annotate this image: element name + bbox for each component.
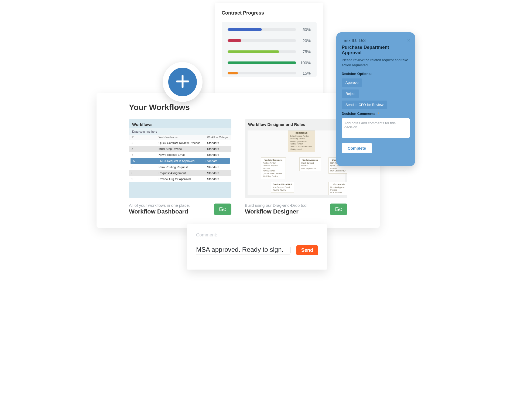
row-name: Review Org for Approval [140, 177, 207, 181]
decision-comments-label: Decision Comments:* [342, 112, 410, 116]
row-id: 3 [129, 147, 140, 150]
reject-button[interactable]: Reject [342, 89, 359, 98]
row-name: Multi Step Review [140, 147, 207, 150]
node-title: Update Contracts [263, 159, 284, 161]
progress-fill [228, 28, 262, 31]
add-button[interactable] [168, 68, 197, 96]
workflows-drag-hint: Drag columns here [129, 128, 231, 135]
table-row[interactable]: 2Quick Contract Review ProcessStandard [129, 140, 231, 146]
row-name: Quick Contract Review Process [140, 141, 207, 144]
progress-row: 20% [228, 38, 311, 43]
row-id: 5 [131, 159, 141, 163]
contract-progress-body: 50% 20% 75% 100% 15% [222, 22, 317, 77]
progress-label: 50% [296, 27, 311, 32]
designer-node[interactable]: Contract Send Out New Proposal Email Rou… [271, 182, 294, 193]
comment-card: Comment: MSA approved. Ready to sign. Se… [187, 224, 327, 270]
add-fab-wrapper [163, 62, 203, 102]
progress-label: 100% [296, 60, 311, 65]
row-category: Standard [205, 159, 230, 163]
plus-icon [175, 74, 190, 90]
progress-row: 100% [228, 60, 311, 65]
designer-node[interactable]: Update Access Quick Contract Review Mult… [299, 157, 321, 171]
table-row[interactable]: 8Request AssignmentStandard [129, 170, 231, 176]
progress-label: 75% [296, 49, 311, 54]
complete-button[interactable]: Complete [342, 143, 372, 153]
row-category: Standard [207, 177, 231, 181]
progress-row: 75% [228, 49, 311, 54]
node-title: DECISIONS [290, 132, 313, 134]
approve-button[interactable]: Approve [342, 78, 362, 87]
task-id-label: Task ID: 153 [342, 38, 410, 43]
row-id: 6 [129, 166, 140, 169]
table-row[interactable]: 5NDA Request is ApprovedStandard [131, 158, 230, 164]
table-row[interactable]: 4New Proposal EmailStandard [129, 152, 231, 158]
designer-panel: Workflow Designer and Rules DECISIONS Qu… [245, 119, 347, 198]
comment-input[interactable]: MSA approved. Ready to sign. [196, 246, 290, 255]
task-panel: Task ID: 153 × Purchase Department Appro… [336, 32, 415, 166]
row-category: Standard [207, 153, 231, 156]
row-id: 2 [129, 141, 140, 144]
workflows-panel-title: Workflows [129, 119, 231, 128]
progress-row: 50% [228, 27, 311, 32]
workflows-footer-title: Workflow Dashboard [129, 208, 190, 215]
your-workflows-title: Your Workflows [129, 103, 347, 112]
send-to-cfo-button[interactable]: Send to CFO for Review [342, 101, 387, 109]
workflow-dashboard-go-button[interactable]: Go [214, 204, 231, 215]
row-name: Para Routing Request [140, 166, 207, 169]
row-id: 8 [129, 171, 140, 175]
designer-node[interactable]: Credentials Decision Approve Process NDA… [328, 182, 347, 195]
row-category: Standard [207, 147, 231, 150]
table-row[interactable]: 6Para Routing RequestStandard [129, 164, 231, 170]
workflow-designer-go-button[interactable]: Go [330, 204, 347, 215]
contract-progress-card: Contract Progress 50% 20% 75% 100% 15% [215, 3, 323, 94]
designer-footer-title: Workflow Designer [245, 208, 309, 215]
decision-options-label: Decision Options: [342, 72, 410, 76]
progress-label: 20% [296, 38, 311, 43]
contract-progress-title: Contract Progress [222, 10, 317, 16]
designer-canvas[interactable]: DECISIONS Quick Contract Review Multi St… [248, 130, 345, 195]
decision-comments-input[interactable] [342, 118, 410, 138]
progress-label: 15% [296, 71, 311, 75]
row-category: Standard [207, 171, 231, 175]
node-title: Credentials [330, 183, 347, 185]
progress-fill [228, 39, 241, 42]
node-title: Update Access [301, 159, 319, 161]
progress-fill [228, 50, 279, 53]
task-description: Please review the related request and ta… [342, 58, 410, 68]
col-header-name[interactable]: Workflow Name [140, 136, 207, 139]
node-title: Contract Send Out [273, 183, 292, 185]
table-row[interactable]: 3Multi Step ReviewStandard [129, 146, 231, 152]
task-title: Purchase Department Approval [342, 45, 410, 56]
comment-label: Comment: [196, 232, 318, 238]
row-category: Standard [207, 166, 231, 169]
row-category: Standard [207, 141, 231, 144]
col-header-category[interactable]: Workflow Catego [207, 136, 231, 139]
designer-node[interactable]: Update Contracts Routing Review Decision… [261, 157, 286, 179]
designer-panel-title: Workflow Designer and Rules [245, 119, 347, 128]
workflows-panel: Workflows Drag columns here ID Workflow … [129, 119, 231, 198]
col-header-id[interactable]: ID [129, 136, 140, 139]
close-icon[interactable]: × [407, 37, 410, 43]
row-id: 9 [129, 177, 140, 181]
required-asterisk-icon: * [378, 112, 379, 116]
table-row[interactable]: 9Review Org for ApprovalStandard [129, 176, 231, 182]
row-name: NDA Request is Approved [141, 159, 205, 163]
progress-fill [228, 61, 296, 64]
progress-fill [228, 72, 238, 74]
row-id: 4 [129, 153, 140, 156]
row-name: Request Assignment [140, 171, 207, 175]
send-button[interactable]: Send [296, 245, 318, 255]
designer-footer-sub: Build using our Drag-and-Drop tool. [245, 203, 309, 208]
workflows-footer-sub: All of your workflows in one place. [129, 203, 190, 208]
progress-row: 15% [228, 71, 311, 75]
row-name: New Proposal Email [140, 153, 207, 156]
